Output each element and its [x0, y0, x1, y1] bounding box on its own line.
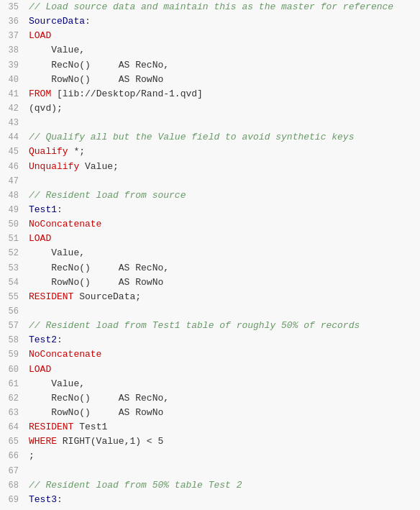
code-line: 69Test3:: [0, 493, 420, 507]
line-content: // Resident load from source: [26, 188, 420, 203]
line-content: Test1:: [26, 203, 420, 217]
code-line: 50NoConcatenate: [0, 217, 420, 232]
line-number: 49: [0, 204, 26, 217]
line-content: WHERE RIGHT(Value,1) < 5: [26, 434, 420, 449]
line-content: // Load source data and maintain this as…: [26, 0, 420, 14]
line-number: 63: [0, 406, 26, 420]
code-line: 44// Qualify all but the Value field to …: [0, 130, 420, 145]
line-content: // Resident load from Test1 table of rou…: [26, 319, 420, 333]
code-line: 47: [0, 174, 420, 188]
code-line: 63 RowNo() AS RowNo: [0, 406, 420, 420]
line-content: NoConcatenate: [26, 507, 420, 510]
line-number: 62: [0, 392, 26, 406]
line-content: Test2:: [26, 333, 420, 347]
code-line: 38 Value,: [0, 43, 420, 58]
line-number: 54: [0, 276, 26, 290]
line-content: RecNo() AS RecNo,: [26, 391, 420, 406]
code-line: 48// Resident load from source: [0, 188, 420, 203]
line-content: RowNo() AS RowNo: [26, 276, 420, 290]
code-line: 42(qvd);: [0, 101, 420, 116]
line-number: 59: [0, 348, 26, 362]
line-number: 52: [0, 247, 26, 260]
line-number: 58: [0, 334, 26, 347]
line-number: 68: [0, 479, 26, 493]
code-line: 46Unqualify Value;: [0, 160, 420, 174]
line-number: 46: [0, 160, 26, 174]
line-number: 53: [0, 262, 26, 276]
line-content: [26, 116, 420, 130]
code-line: 64RESIDENT Test1: [0, 420, 420, 434]
code-line: 55RESIDENT SourceData;: [0, 290, 420, 304]
line-number: 43: [0, 117, 26, 130]
code-line: 66;: [0, 449, 420, 463]
code-line: 54 RowNo() AS RowNo: [0, 276, 420, 290]
code-line: 58Test2:: [0, 333, 420, 347]
line-content: Value,: [26, 246, 420, 260]
line-number: 57: [0, 319, 26, 333]
line-content: RecNo() AS RecNo,: [26, 58, 420, 73]
line-number: 42: [0, 102, 26, 116]
code-line: 62 RecNo() AS RecNo,: [0, 391, 420, 406]
line-content: LOAD: [26, 29, 420, 43]
code-line: 53 RecNo() AS RecNo,: [0, 261, 420, 276]
line-content: FROM [lib://Desktop/Rand-1.qvd]: [26, 87, 420, 101]
line-content: Value,: [26, 43, 420, 58]
code-line: 43: [0, 116, 420, 130]
code-line: 56: [0, 304, 420, 319]
line-number: 48: [0, 189, 26, 203]
line-content: RecNo() AS RecNo,: [26, 261, 420, 276]
line-content: [26, 174, 420, 188]
line-content: RowNo() AS RowNo: [26, 73, 420, 87]
line-content: SourceData:: [26, 14, 420, 29]
line-content: RowNo() AS RowNo: [26, 406, 420, 420]
line-number: 41: [0, 88, 26, 101]
line-content: Test3:: [26, 493, 420, 507]
line-content: NoConcatenate: [26, 347, 420, 362]
line-number: 66: [0, 450, 26, 463]
line-number: 61: [0, 378, 26, 391]
line-number: 38: [0, 44, 26, 58]
line-content: // Qualify all but the Value field to av…: [26, 130, 420, 145]
code-line: 52 Value,: [0, 246, 420, 260]
code-line: 36SourceData:: [0, 14, 420, 29]
line-number: 64: [0, 421, 26, 434]
line-content: NoConcatenate: [26, 217, 420, 232]
code-line: 59NoConcatenate: [0, 347, 420, 362]
line-number: 36: [0, 15, 26, 29]
line-number: 65: [0, 435, 26, 449]
code-line: 39 RecNo() AS RecNo,: [0, 58, 420, 73]
line-number: 51: [0, 232, 26, 246]
code-line: 70NoConcatenate: [0, 507, 420, 510]
line-number: 60: [0, 363, 26, 377]
code-line: 40 RowNo() AS RowNo: [0, 73, 420, 87]
code-line: 65WHERE RIGHT(Value,1) < 5: [0, 434, 420, 449]
line-number: 40: [0, 73, 26, 87]
line-content: LOAD: [26, 232, 420, 246]
code-line: 41FROM [lib://Desktop/Rand-1.qvd]: [0, 87, 420, 101]
line-number: 39: [0, 59, 26, 73]
code-line: 61 Value,: [0, 377, 420, 391]
line-number: 55: [0, 291, 26, 304]
code-line: 51LOAD: [0, 232, 420, 246]
line-content: // Resident load from 50% table Test 2: [26, 478, 420, 493]
line-content: ;: [26, 449, 420, 463]
line-content: Qualify *;: [26, 145, 420, 159]
line-content: Unqualify Value;: [26, 160, 420, 174]
line-content: RESIDENT SourceData;: [26, 290, 420, 304]
code-line: 45Qualify *;: [0, 145, 420, 159]
line-number: 45: [0, 145, 26, 159]
code-line: 49Test1:: [0, 203, 420, 217]
code-editor: 35// Load source data and maintain this …: [0, 0, 420, 510]
line-number: 50: [0, 218, 26, 232]
code-line: 60LOAD: [0, 363, 420, 377]
line-number: 69: [0, 493, 26, 507]
line-content: Value,: [26, 377, 420, 391]
code-line: 57// Resident load from Test1 table of r…: [0, 319, 420, 333]
line-content: LOAD: [26, 363, 420, 377]
line-number: 44: [0, 131, 26, 145]
line-content: [26, 464, 420, 478]
code-line: 37LOAD: [0, 29, 420, 43]
code-line: 35// Load source data and maintain this …: [0, 0, 420, 14]
line-number: 67: [0, 465, 26, 478]
line-number: 37: [0, 29, 26, 43]
